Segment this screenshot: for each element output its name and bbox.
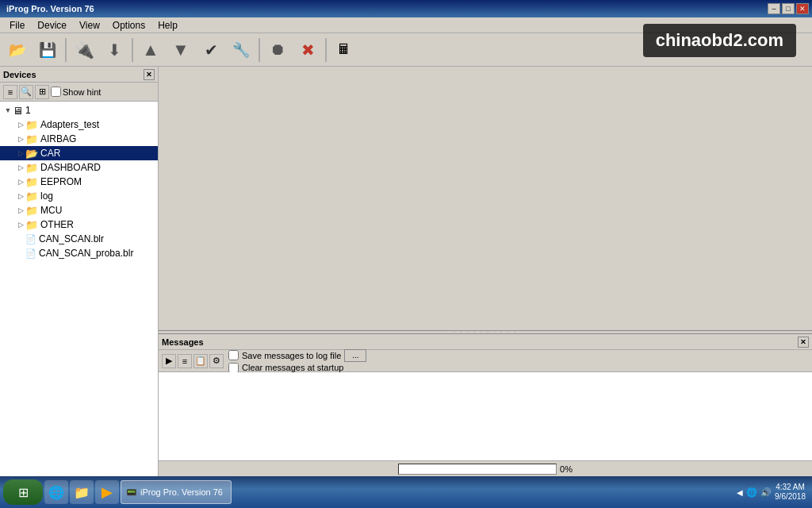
- toolbar-sep-2: [132, 38, 133, 62]
- tree-item-airbag[interactable]: ▷ 📁 AIRBAG: [0, 132, 158, 146]
- tree-item-can-scan-blr[interactable]: 📄 CAN_SCAN.blr: [0, 232, 158, 246]
- messages-list-btn[interactable]: ≡: [178, 354, 192, 368]
- close-button[interactable]: ✕: [796, 3, 809, 14]
- taskbar-media-icon[interactable]: ▶: [95, 480, 119, 504]
- browse-button[interactable]: ...: [344, 349, 366, 362]
- tray-time: 4:32 AM: [776, 483, 805, 492]
- folder-icon: 📁: [25, 205, 38, 217]
- menu-device[interactable]: Device: [31, 18, 73, 33]
- check-btn[interactable]: ✔: [197, 36, 225, 64]
- wrench-btn[interactable]: 🔧: [227, 36, 255, 64]
- open-folder-btn[interactable]: 📂: [3, 36, 32, 64]
- calc-btn[interactable]: 🖩: [330, 36, 358, 64]
- system-tray: ◀ 🌐 🔊 4:32 AM 9/6/2018: [737, 483, 809, 502]
- start-button[interactable]: ⊞: [3, 479, 43, 505]
- menu-options[interactable]: Options: [106, 18, 151, 33]
- tray-clock[interactable]: 4:32 AM 9/6/2018: [775, 483, 806, 502]
- show-hint-checkbox[interactable]: [51, 87, 61, 97]
- progress-area: 0%: [159, 464, 812, 475]
- right-panel: · · · · · · · · · · Messages ✕ ▶ ≡ 📋 ⚙ S…: [159, 67, 812, 476]
- minimize-button[interactable]: –: [768, 3, 780, 14]
- save-to-log-checkbox[interactable]: [228, 350, 239, 360]
- expand-icon: ▷: [16, 148, 25, 158]
- connect-btn[interactable]: 🔌: [70, 36, 98, 64]
- file-icon: 📄: [25, 234, 36, 244]
- devices-search-btn[interactable]: 🔍: [19, 85, 33, 99]
- expand-icon: ▷: [16, 206, 25, 215]
- stop-btn[interactable]: ✖: [293, 36, 322, 64]
- tree-view[interactable]: ▼ 🖥 1 ▷ 📁 Adapters_test ▷ 📁 AIRBAG ▷ 📂 C…: [0, 102, 158, 476]
- tree-item-mcu[interactable]: ▷ 📁 MCU: [0, 203, 158, 217]
- tree-item-label: DASHBOARD: [40, 162, 101, 173]
- status-bar: 0%: [159, 460, 812, 476]
- tree-item-root[interactable]: ▼ 🖥 1: [0, 103, 158, 117]
- expand-icon: ▷: [16, 134, 25, 144]
- folder-icon: 📁: [25, 190, 38, 202]
- tree-item-can-scan-proba[interactable]: 📄 CAN_SCAN_proba.blr: [0, 246, 158, 260]
- tree-item-car[interactable]: ▷ 📂 CAR: [0, 146, 158, 160]
- folder-icon: 📂: [25, 148, 38, 160]
- progress-label: 0%: [560, 464, 573, 474]
- clear-at-startup-option[interactable]: Clear messages at startup: [228, 363, 366, 373]
- up-btn[interactable]: ▲: [136, 36, 165, 64]
- show-hint-label[interactable]: Show hint: [51, 87, 101, 97]
- app-title: iProg Pro. Version 76: [3, 4, 94, 13]
- messages-title: Messages: [162, 337, 204, 347]
- messages-toolbar: ▶ ≡ 📋 ⚙ Save messages to log file ... Cl…: [159, 350, 812, 372]
- tree-item-log[interactable]: ▷ 📁 log: [0, 189, 158, 203]
- save-btn[interactable]: 💾: [33, 36, 62, 64]
- tree-item-other[interactable]: ▷ 📁 OTHER: [0, 217, 158, 232]
- messages-header: Messages ✕: [159, 334, 812, 350]
- menu-help[interactable]: Help: [151, 18, 184, 33]
- folder-icon: 📁: [25, 176, 38, 188]
- window-controls: – □ ✕: [768, 3, 809, 14]
- messages-panel: Messages ✕ ▶ ≡ 📋 ⚙ Save messages to log …: [159, 333, 812, 460]
- menu-view[interactable]: View: [73, 18, 106, 33]
- right-content-area: [159, 67, 812, 330]
- main-area: Devices ✕ ≡ 🔍 ⊞ Show hint ▼ 🖥 1 ▷ 📁: [0, 67, 812, 476]
- expand-icon: ▷: [16, 177, 25, 187]
- folder-icon: 📁: [25, 119, 38, 131]
- down-btn[interactable]: ▼: [167, 36, 195, 64]
- folder-icon: 📁: [25, 133, 38, 145]
- toolbar-sep-3: [259, 38, 260, 62]
- tree-item-label: AIRBAG: [40, 133, 76, 144]
- save-to-log-option[interactable]: Save messages to log file ...: [228, 349, 366, 362]
- messages-copy-btn[interactable]: 📋: [193, 354, 208, 368]
- tree-item-eeprom[interactable]: ▷ 📁 EEPROM: [0, 175, 158, 189]
- tray-arrow-icon[interactable]: ◀: [737, 488, 743, 497]
- taskbar-active-app[interactable]: 📟 iProg Pro. Version 76: [121, 480, 232, 504]
- devices-title: Devices: [3, 70, 36, 79]
- read-btn[interactable]: ⬇: [100, 36, 128, 64]
- tree-item-adapters[interactable]: ▷ 📁 Adapters_test: [0, 117, 158, 132]
- title-bar: iProg Pro. Version 76 – □ ✕: [0, 0, 812, 17]
- expand-icon: ▷: [16, 220, 25, 229]
- maximize-button[interactable]: □: [782, 3, 795, 14]
- tree-item-dashboard[interactable]: ▷ 📁 DASHBOARD: [0, 160, 158, 175]
- taskbar-folder-icon[interactable]: 📁: [70, 480, 94, 504]
- active-app-label: iProg Pro. Version 76: [140, 487, 223, 497]
- watermark: chinaobd2.com: [643, 24, 796, 57]
- folder-icon: 📁: [25, 162, 38, 174]
- taskbar-ie-icon[interactable]: 🌐: [44, 480, 68, 504]
- menu-file[interactable]: File: [3, 18, 31, 33]
- expand-spacer: [16, 248, 25, 258]
- messages-play-btn[interactable]: ▶: [162, 354, 176, 368]
- file-icon: 📄: [25, 248, 36, 259]
- toolbar-sep-1: [65, 38, 67, 62]
- messages-close-button[interactable]: ✕: [798, 337, 809, 348]
- tree-item-label: Adapters_test: [40, 119, 99, 130]
- expand-icon: ▷: [16, 120, 25, 129]
- messages-content[interactable]: [159, 372, 812, 460]
- devices-panel-header: Devices ✕: [0, 67, 158, 83]
- clear-at-startup-checkbox[interactable]: [228, 363, 239, 373]
- save-to-log-label: Save messages to log file: [242, 351, 341, 360]
- messages-settings-btn[interactable]: ⚙: [209, 354, 224, 368]
- tree-item-label: MCU: [40, 205, 62, 216]
- devices-icon-btn[interactable]: ⊞: [35, 85, 49, 99]
- expand-icon: ▷: [16, 191, 25, 201]
- devices-close-button[interactable]: ✕: [144, 69, 155, 80]
- devices-list-btn[interactable]: ≡: [3, 85, 17, 99]
- tree-item-label: CAN_SCAN.blr: [39, 233, 104, 244]
- record-btn[interactable]: ⏺: [263, 36, 292, 64]
